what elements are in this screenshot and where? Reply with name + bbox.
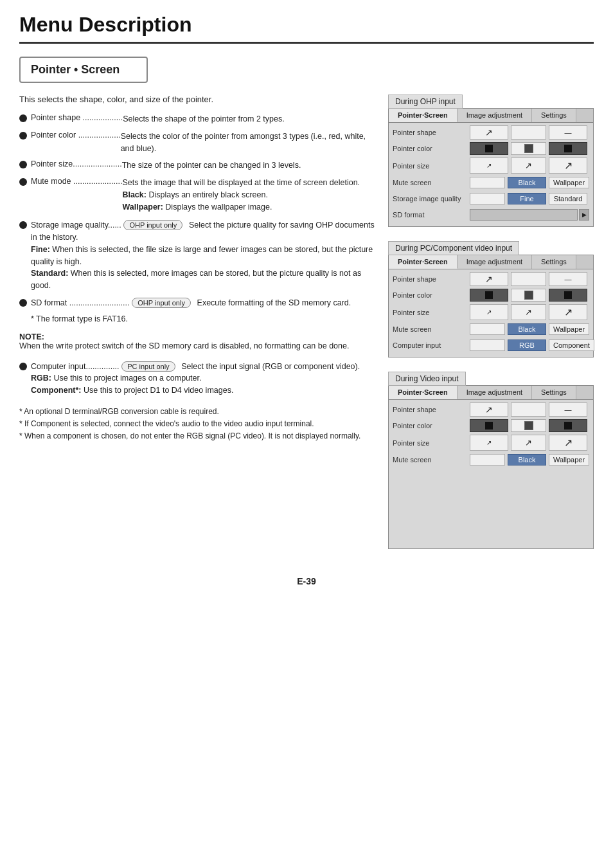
row-cells: ↗ ↗ ↗: [470, 158, 589, 174]
video-pointer-size-row: Pointer size ↗ ↗ ↗: [393, 435, 589, 451]
storage-standard-desc: Standard: When this is selected, more im…: [31, 269, 361, 290]
cell-mute-black[interactable]: Black: [508, 454, 546, 466]
cell-dash-icon[interactable]: —: [549, 272, 587, 286]
cell-mute-wallpaper[interactable]: Wallpaper: [549, 177, 589, 188]
row-cells: [470, 289, 589, 302]
ohp-panel-tabs: Pointer·Screen Image adjustment Settings: [389, 109, 593, 123]
row-label: Pointer color: [393, 291, 470, 299]
ohp-pointer-color-row: Pointer color: [393, 141, 589, 156]
sd-scroll-bar: [470, 209, 578, 221]
row-label: Pointer color: [393, 145, 470, 152]
cell-arrow-icon[interactable]: ↗: [470, 125, 508, 140]
footnote-3: * When a component is chosen, do not ent…: [19, 430, 375, 442]
cell-color-2[interactable]: [511, 419, 546, 432]
pc-computer-input-row: Computer input RGB Component: [393, 338, 589, 352]
pc-panel-rows: Pointer shape ↗ — Pointer color: [389, 269, 593, 357]
tab-image-adjustment-pc[interactable]: Image adjustment: [458, 255, 532, 269]
video-panel-spacer: [393, 469, 589, 546]
row-cells: ↗ ↗ ↗: [470, 304, 589, 320]
cell-storage-fine[interactable]: Fine: [508, 193, 546, 204]
cell-empty1: [511, 272, 546, 286]
tab-image-adjustment-video[interactable]: Image adjustment: [458, 386, 532, 399]
cell-color-1[interactable]: [470, 289, 508, 302]
ohp-sd-row: SD format ▶: [393, 208, 589, 222]
tab-pointer-screen-pc[interactable]: Pointer·Screen: [389, 255, 458, 269]
cell-size-md[interactable]: ↗: [511, 435, 546, 451]
row-label: Pointer shape: [393, 129, 470, 136]
cell-color-2[interactable]: [511, 142, 546, 155]
cell-empty1: [511, 402, 546, 417]
cell-arrow-icon[interactable]: ↗: [470, 272, 508, 286]
video-panel-rows: Pointer shape ↗ — Pointer color: [389, 400, 593, 548]
cell-size-md[interactable]: ↗: [511, 304, 546, 320]
ohp-panel-rows: Pointer shape ↗ — Pointer color: [389, 123, 593, 226]
ohp-storage-row: Storage image quality Fine Standard: [393, 192, 589, 206]
cell-color-1[interactable]: [470, 142, 508, 155]
row-label: Pointer size: [393, 309, 470, 316]
rgb-desc: RGB: Use this to project images on a com…: [31, 374, 201, 383]
cell-color-3[interactable]: [549, 419, 587, 432]
cell-size-sm[interactable]: ↗: [470, 304, 508, 320]
bullet-label: Mute mode ......................: [31, 177, 122, 186]
video-panel-tabs: Pointer·Screen Image adjustment Settings: [389, 386, 593, 400]
ohp-pointer-shape-row: Pointer shape ↗ —: [393, 125, 589, 140]
cell-input-component[interactable]: Component: [549, 339, 594, 351]
cell-size-lg[interactable]: ↗: [549, 435, 587, 451]
storage-fine-desc: Fine: When this is selected, the file si…: [31, 245, 373, 266]
pc-pointer-shape-row: Pointer shape ↗ —: [393, 272, 589, 286]
bullet-sd-format: SD format ........................... OH…: [19, 297, 375, 309]
cell-color-3[interactable]: [549, 289, 587, 302]
cell-mute-wallpaper[interactable]: Wallpaper: [549, 454, 589, 466]
cell-size-lg[interactable]: ↗: [549, 304, 587, 320]
footnotes: * An optional D terminal/RGB conversion …: [19, 406, 375, 443]
section-heading: Pointer • Screen: [19, 57, 148, 83]
row-label: Mute screen: [393, 456, 470, 464]
tab-settings-video[interactable]: Settings: [532, 386, 576, 399]
cell-empty1: [511, 125, 546, 140]
cell-storage-empty: [470, 193, 505, 204]
cell-input-rgb[interactable]: RGB: [508, 339, 546, 351]
tab-image-adjustment-ohp[interactable]: Image adjustment: [458, 109, 532, 122]
bullet-dot: [19, 363, 27, 370]
fat16-footnote: * The format type is FAT16.: [31, 314, 375, 323]
bullet-storage-quality: Storage image quality...... OHP input on…: [19, 219, 375, 292]
cell-size-sm[interactable]: ↗: [470, 435, 508, 451]
bullet-pointer-size: Pointer size...................... The s…: [19, 159, 375, 172]
tab-settings-pc[interactable]: Settings: [532, 255, 576, 269]
ohp-mute-screen-row: Mute screen Black Wallpaper: [393, 176, 589, 190]
tab-pointer-screen-ohp[interactable]: Pointer·Screen: [389, 109, 458, 122]
cell-mute-empty: [470, 454, 505, 466]
ohp-input-only-badge: OHP input only: [123, 220, 182, 230]
ohp-panel-box: Pointer·Screen Image adjustment Settings…: [388, 108, 594, 227]
cell-size-sm[interactable]: ↗: [470, 158, 508, 174]
cell-color-3[interactable]: [549, 142, 587, 155]
cell-mute-black[interactable]: Black: [508, 177, 546, 188]
cell-dash-icon[interactable]: —: [549, 125, 587, 140]
component-desc: Component*: Use this to project D1 to D4…: [31, 386, 233, 395]
cell-size-md[interactable]: ↗: [511, 158, 546, 174]
cell-arrow-icon[interactable]: ↗: [470, 402, 508, 417]
cell-storage-standard[interactable]: Standard: [549, 193, 587, 204]
pc-pointer-size-row: Pointer size ↗ ↗ ↗: [393, 304, 589, 320]
cell-color-2[interactable]: [511, 289, 546, 302]
cell-dash-icon[interactable]: —: [549, 402, 587, 417]
tab-pointer-screen-video[interactable]: Pointer·Screen: [389, 386, 458, 399]
sd-format-desc: Execute formatting of the SD memory card…: [197, 298, 351, 307]
bullet-label: Computer input...............: [31, 362, 120, 371]
bullet-label: Pointer shape ..................: [31, 113, 123, 122]
tab-settings-ohp[interactable]: Settings: [532, 109, 576, 122]
left-column: This selects the shape, color, and size …: [19, 95, 375, 563]
footnote-2: * If Component is selected, connect the …: [19, 418, 375, 430]
cell-size-lg[interactable]: ↗: [549, 158, 587, 174]
cell-mute-empty: [470, 177, 505, 188]
pc-pointer-color-row: Pointer color: [393, 288, 589, 302]
video-panel-box: Pointer·Screen Image adjustment Settings…: [388, 385, 594, 549]
cell-color-1[interactable]: [470, 419, 508, 432]
row-label: Pointer size: [393, 439, 470, 447]
cell-mute-wallpaper[interactable]: Wallpaper: [549, 323, 589, 335]
sd-scroll-arrow[interactable]: ▶: [579, 209, 589, 221]
page-number: E-39: [19, 576, 594, 586]
bullet-label: SD format ...........................: [31, 298, 130, 307]
cell-mute-black[interactable]: Black: [508, 323, 546, 335]
note-text: When the write protect switch of the SD …: [19, 341, 375, 350]
